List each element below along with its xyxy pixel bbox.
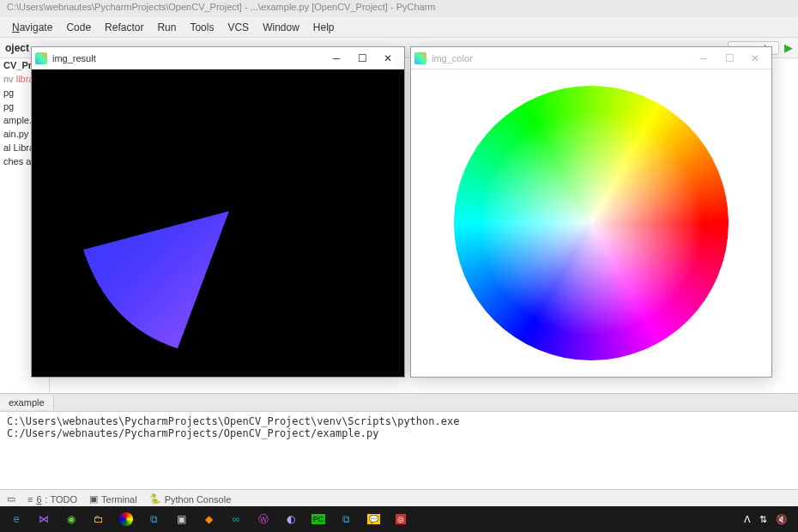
run-button-icon[interactable]: ▶ [784, 41, 793, 54]
menu-navigate[interactable]: NNavigateavigate [5, 20, 59, 35]
tray-volume-icon[interactable]: 🔇 [776, 514, 788, 525]
menu-code[interactable]: Code [59, 20, 98, 35]
taskbar-pycharm-icon[interactable]: PC [305, 508, 331, 530]
taskbar-app2-icon[interactable]: ◎ [388, 508, 414, 530]
menu-tools[interactable]: Tools [183, 20, 221, 35]
python-console-tool[interactable]: 🐍 Python Console [149, 493, 232, 505]
taskbar-android-icon[interactable]: ◉ [58, 508, 84, 530]
taskbar-vs-icon[interactable]: ⋈ [31, 508, 57, 530]
menu-vcs[interactable]: VCS [221, 20, 256, 35]
taskbar-app1-icon[interactable]: Ⓦ [251, 508, 276, 530]
menu-refactor[interactable]: Refactor [98, 20, 150, 35]
terminal-tool[interactable]: ▣ Terminal [89, 493, 137, 505]
tool-window-button-icon[interactable]: ▭ [7, 493, 15, 505]
taskbar-chrome-icon[interactable] [113, 508, 139, 530]
opencv-icon [35, 52, 47, 64]
taskbar-ie-icon[interactable]: e [3, 508, 29, 530]
taskbar-eclipse-icon[interactable]: ◐ [278, 508, 304, 530]
window-title-color: img_color [432, 53, 473, 63]
menu-help[interactable]: Help [306, 20, 342, 35]
taskbar-vscode-icon[interactable]: ⧉ [141, 508, 166, 530]
img-result-canvas [32, 70, 404, 377]
run-tool-tabs: example [0, 393, 798, 412]
run-console[interactable]: C:\Users\webnautes\PycharmProjects\OpenC… [0, 412, 798, 489]
console-command-line: C:\Users\webnautes\PycharmProjects\OpenC… [7, 415, 791, 439]
hsv-color-wheel [454, 86, 728, 360]
taskbar-terminal-icon[interactable]: ▣ [168, 508, 194, 530]
bottom-toolbar: ▭ ≡ 6: TODO ▣ Terminal 🐍 Python Console [0, 489, 798, 508]
cv-window-img-result[interactable]: img_result ─ ☐ ✕ [31, 46, 405, 378]
taskbar-explorer-icon[interactable]: 🗀 [86, 508, 112, 530]
maximize-button[interactable]: ☐ [716, 49, 742, 68]
system-tray[interactable]: ᐱ ⇅ 🔇 [744, 514, 795, 525]
menu-run[interactable]: Run [150, 20, 183, 35]
windows-taskbar: e ⋈ ◉ 🗀 ⧉ ▣ ◆ ∞ Ⓦ ◐ PC ⧉ 💬 ◎ ᐱ ⇅ 🔇 [0, 506, 798, 532]
menu-window[interactable]: Window [256, 20, 306, 35]
window-title-result: img_result [52, 53, 96, 63]
taskbar-arduino-icon[interactable]: ∞ [223, 508, 249, 530]
editor-area: CV_Pro nv libra pg pg ample.p ain.py al … [0, 58, 798, 393]
maximize-button[interactable]: ☐ [349, 49, 375, 68]
taskbar-kakao-icon[interactable]: 💬 [360, 508, 386, 530]
close-button[interactable]: ✕ [742, 49, 768, 68]
minimize-button[interactable]: ─ [323, 49, 349, 68]
taskbar-vscode2-icon[interactable]: ⧉ [333, 508, 359, 530]
tray-network-icon[interactable]: ⇅ [759, 514, 767, 525]
taskbar-sublime-icon[interactable]: ◆ [196, 508, 221, 530]
todo-tool[interactable]: ≡ 6: TODO [27, 494, 77, 505]
ide-titlebar: C:\Users\webnautes\PycharmProjects\OpenC… [0, 0, 798, 17]
opencv-icon [414, 52, 426, 64]
project-breadcrumb: oject [5, 42, 29, 54]
main-menubar: NNavigateavigate Code Refactor Run Tools… [0, 17, 798, 38]
tray-chevron-icon[interactable]: ᐱ [744, 514, 751, 525]
cv-window-img-color[interactable]: img_color ─ ☐ ✕ [410, 46, 772, 378]
minimize-button[interactable]: ─ [691, 49, 716, 68]
run-tab-example[interactable]: example [0, 396, 54, 409]
img-color-canvas [411, 70, 771, 377]
close-button[interactable]: ✕ [375, 49, 401, 68]
